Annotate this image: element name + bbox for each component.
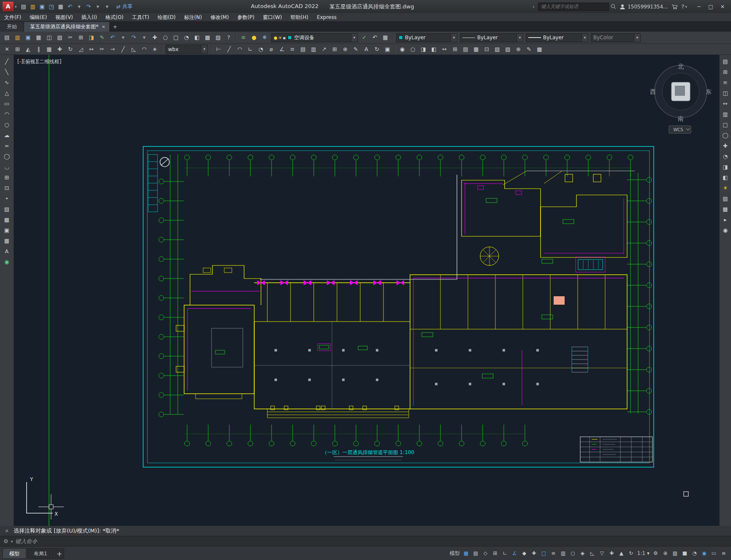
qat-save-button[interactable]: ▣ bbox=[38, 2, 47, 11]
model-paper-toggle-button[interactable]: 模型 bbox=[448, 548, 461, 558]
render-tool-button[interactable]: ▩ bbox=[720, 204, 731, 214]
ellipse-button[interactable]: ◯ bbox=[2, 151, 12, 162]
tab-close-icon[interactable]: ✕ bbox=[102, 22, 105, 32]
paste-button[interactable]: ◨ bbox=[86, 33, 97, 42]
qat-undo-dropdown[interactable]: ▾ bbox=[75, 2, 84, 11]
textstyle-combo-dropdown-icon[interactable]: ▾ bbox=[201, 45, 207, 53]
layout1-tab[interactable]: 布局1 bbox=[27, 548, 54, 559]
copy-button[interactable]: ⊞ bbox=[76, 33, 86, 42]
scale-button[interactable]: ◿ bbox=[76, 45, 86, 54]
qat-new-button[interactable]: ▤ bbox=[19, 2, 28, 11]
image-attach-button[interactable]: ▨ bbox=[503, 45, 513, 54]
dim-continue-button[interactable]: ▥ bbox=[308, 45, 319, 54]
menu-item[interactable]: 帮助(H) bbox=[286, 13, 313, 22]
menu-item[interactable]: 修改(M) bbox=[206, 13, 233, 22]
share-button[interactable]: ⇄ 共享 bbox=[117, 3, 133, 10]
lineweight-combo[interactable]: ByLayer ▾ bbox=[526, 33, 588, 42]
chamfer-button[interactable]: ◺ bbox=[128, 45, 139, 54]
qat-customize-dropdown[interactable]: ▾ bbox=[103, 2, 112, 11]
new-tab-button[interactable]: + bbox=[110, 22, 120, 32]
pan-button[interactable]: ✚ bbox=[149, 33, 160, 42]
textstyle-combo[interactable]: wbx ▾ bbox=[166, 45, 208, 54]
linetype-combo[interactable]: ByLayer ▾ bbox=[460, 33, 523, 42]
autocad-logo[interactable]: A bbox=[3, 2, 14, 11]
close-button[interactable]: ✕ bbox=[717, 1, 728, 12]
plot-button[interactable]: ▦ bbox=[33, 33, 44, 42]
tab-start[interactable]: 开始 bbox=[0, 22, 24, 32]
point-button[interactable]: • bbox=[2, 193, 12, 204]
annotation-scale-button[interactable]: 1:1 ▾ bbox=[636, 548, 651, 558]
toolpalettes-button[interactable]: ▨ bbox=[213, 33, 223, 42]
materials-button[interactable]: ▨ bbox=[720, 193, 731, 204]
table-button[interactable]: ▦ bbox=[471, 45, 481, 54]
compass-west-label[interactable]: 西 bbox=[650, 88, 656, 95]
zoom-previous-button[interactable]: ◔ bbox=[181, 33, 192, 42]
new-button[interactable]: ▤ bbox=[2, 33, 12, 42]
dim-arc-length-button[interactable]: ◠ bbox=[234, 45, 245, 54]
block-editor-button[interactable]: ⊡ bbox=[481, 45, 492, 54]
search-icon[interactable] bbox=[611, 4, 616, 9]
mtext-button[interactable]: A bbox=[2, 246, 12, 257]
stretch-button[interactable]: ↔ bbox=[86, 45, 97, 54]
help-button[interactable]: ? bbox=[223, 33, 234, 42]
account-button[interactable]: 15059991354... bbox=[620, 4, 668, 10]
model-space-canvas[interactable]: （一区）一层通风排烟管道平面图 1:100 北 南 西 东 bbox=[14, 55, 719, 526]
section-plane-button[interactable]: ◨ bbox=[720, 162, 731, 172]
isolate-objects-button[interactable]: ◔ bbox=[690, 548, 699, 558]
wcs-control[interactable]: WCS bbox=[669, 126, 691, 133]
camera-button[interactable]: ◧ bbox=[720, 172, 731, 183]
zoom-window-button[interactable]: □ bbox=[171, 33, 181, 42]
sun-properties-button[interactable]: ☀ bbox=[720, 183, 731, 193]
steering-wheel-button[interactable]: ◉ bbox=[720, 225, 731, 235]
undo-button[interactable]: ↶ bbox=[107, 33, 118, 42]
menu-item[interactable]: 文件(F) bbox=[0, 13, 25, 22]
drawing-canvas[interactable]: （一区）一层通风排烟管道平面图 1:100 北 南 西 东 bbox=[14, 55, 719, 526]
object-snap-button[interactable]: □ bbox=[539, 548, 549, 558]
dim-radius-button[interactable]: ◔ bbox=[255, 45, 266, 54]
dim-aligned-button[interactable]: ╱ bbox=[224, 45, 234, 54]
center-mark-button[interactable]: ⊕ bbox=[340, 45, 351, 54]
compass-east-label[interactable]: 东 bbox=[706, 88, 712, 95]
command-close-icon[interactable]: ✕ bbox=[3, 528, 10, 534]
qat-plot-button[interactable]: ▦ bbox=[56, 2, 65, 11]
redo-dropdown[interactable]: ▾ bbox=[139, 33, 149, 42]
make-object-layer-current-button[interactable]: ✓ bbox=[359, 33, 370, 42]
new-layout-button[interactable]: + bbox=[55, 548, 64, 559]
construction-line-button[interactable]: ╲ bbox=[2, 67, 12, 77]
field-button[interactable]: ▤ bbox=[460, 45, 471, 54]
open-button[interactable]: ▥ bbox=[12, 33, 23, 42]
save-button[interactable]: ▣ bbox=[23, 33, 33, 42]
ortho-mode-button[interactable]: ∟ bbox=[500, 548, 510, 558]
menu-item[interactable]: 绘图(D) bbox=[153, 13, 180, 22]
menu-item[interactable]: 工具(T) bbox=[128, 13, 154, 22]
layer-previous-button[interactable]: ↶ bbox=[370, 33, 380, 42]
linetype-combo-dropdown-icon[interactable]: ▾ bbox=[516, 34, 523, 42]
dim-angular-button[interactable]: ∠ bbox=[277, 45, 287, 54]
groups-tool-button[interactable]: ◫ bbox=[720, 88, 731, 98]
compass-south-label[interactable]: 南 bbox=[678, 115, 684, 122]
measure-button[interactable]: ↔ bbox=[439, 45, 450, 54]
rectangle-button[interactable]: ▭ bbox=[2, 98, 12, 109]
group-button[interactable]: ◉ bbox=[397, 45, 408, 54]
tolerance-button[interactable]: ⊞ bbox=[329, 45, 340, 54]
quickcalc-button[interactable]: ⊞ bbox=[450, 45, 460, 54]
layer-off-button[interactable]: ● bbox=[249, 33, 259, 42]
mirror-button[interactable]: ◭ bbox=[23, 45, 33, 54]
polyline-button[interactable]: ∿ bbox=[2, 77, 12, 88]
dim-edit-button[interactable]: ✎ bbox=[351, 45, 361, 54]
orbit-button[interactable]: ◔ bbox=[720, 151, 731, 162]
viewport-controls[interactable]: [-][俯视][二维线框] bbox=[17, 59, 61, 65]
fillet-button[interactable]: ◠ bbox=[139, 45, 149, 54]
menu-item[interactable]: 视图(V) bbox=[51, 13, 77, 22]
menu-item[interactable]: 窗口(W) bbox=[259, 13, 286, 22]
zoom-realtime-button[interactable]: ○ bbox=[160, 33, 171, 42]
measure-tool-button[interactable]: ↔ bbox=[720, 98, 731, 109]
minimize-button[interactable]: ─ bbox=[693, 1, 705, 12]
maximize-button[interactable]: □ bbox=[705, 1, 717, 12]
trim-button[interactable]: ✂ bbox=[97, 45, 107, 54]
insert-block-button[interactable]: ⊞ bbox=[2, 172, 12, 183]
annotation-autoscale-button[interactable]: ↻ bbox=[626, 548, 636, 558]
ungroup-button[interactable]: ○ bbox=[408, 45, 418, 54]
properties-tool-button[interactable]: ▤ bbox=[720, 56, 731, 67]
paste-special-button[interactable]: ▥ bbox=[720, 109, 731, 119]
